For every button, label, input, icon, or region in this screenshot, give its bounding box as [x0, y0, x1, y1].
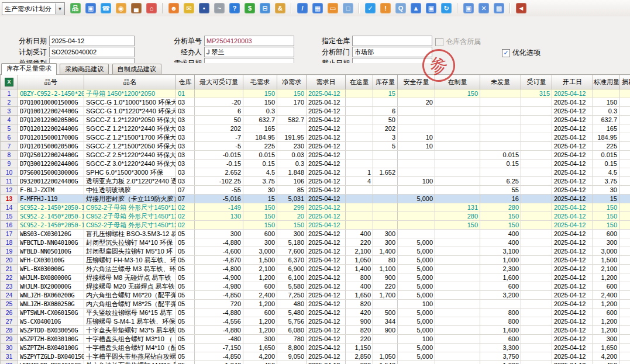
cell[interactable]	[398, 221, 435, 230]
briefcase-icon[interactable]: ▄	[131, 3, 142, 13]
column-header-1[interactable]: 品号	[18, 75, 84, 89]
row-number[interactable]: 3	[1, 107, 18, 116]
cell[interactable]: -4,880	[195, 326, 243, 335]
cell[interactable]: 420	[346, 308, 373, 317]
handler-field[interactable]: J 翠兰	[204, 47, 294, 57]
cell[interactable]: 85	[277, 186, 307, 195]
tab-shortage-demand[interactable]: 库存不足量需求	[1, 63, 57, 75]
cell[interactable]	[398, 168, 435, 177]
cell[interactable]: 03	[176, 116, 195, 124]
cell[interactable]	[398, 89, 435, 98]
excel-export-header-cell[interactable]: X	[1, 75, 18, 89]
cell[interactable]: 3,100	[480, 247, 521, 256]
cell[interactable]: 2025-04-12	[307, 116, 346, 124]
refresh-sync-icon[interactable]: ↻	[441, 3, 452, 13]
cell[interactable]	[435, 361, 480, 364]
restore-window-icon[interactable]: ▣	[463, 3, 474, 13]
cell[interactable]: 2025-04-12	[552, 186, 593, 195]
cell[interactable]: 2025-04-12	[552, 273, 593, 282]
cell[interactable]: 2025-04-12	[552, 256, 593, 265]
cell[interactable]: 内六角组合螺钉 M8*25（配平弹	[84, 300, 176, 308]
row-number[interactable]: 12	[1, 186, 18, 195]
row-number[interactable]: 10	[1, 168, 18, 177]
cell[interactable]: 子母箱 1450*1200*2050	[84, 89, 176, 98]
cell[interactable]: D7Q3001220024400G	[18, 160, 84, 168]
table-row[interactable]: 21WFL-BX030000G外六角法兰螺母 M3 易车铁、环05-4,8002…	[1, 265, 630, 273]
cell[interactable]	[435, 335, 480, 344]
cell[interactable]: 632.7	[593, 116, 619, 124]
cell[interactable]: 3.75	[593, 177, 619, 186]
cell[interactable]	[521, 300, 552, 308]
cell[interactable]	[398, 151, 435, 160]
cell[interactable]: 300	[373, 238, 398, 247]
column-header-2[interactable]: 品名	[84, 75, 176, 89]
close-window-icon[interactable]: ✕	[478, 3, 489, 13]
cell[interactable]: SGCC-Z 2.5*1220*2440 环保大锌	[84, 151, 176, 160]
cell[interactable]	[373, 335, 398, 344]
table-row[interactable]: 32WYNJFLDD-BX040150G外六角法兰面带齿螺钉 M4*15 易05…	[1, 361, 630, 364]
cell[interactable]: 2025-04-12	[552, 308, 593, 317]
cell[interactable]: 1,050	[346, 256, 373, 265]
cell[interactable]: 盲孔压铆螺柱 BSO-3.5M3-12 易	[84, 230, 176, 238]
cell[interactable]: 300	[195, 230, 243, 238]
cell[interactable]	[277, 124, 307, 133]
cell[interactable]	[346, 124, 373, 133]
cell[interactable]	[521, 326, 552, 335]
cell[interactable]: 3,750	[480, 352, 521, 361]
cell[interactable]: WNLJZH-BX060200G	[18, 291, 84, 300]
cell[interactable]: 450	[593, 361, 619, 364]
cell[interactable]	[619, 273, 630, 282]
cell[interactable]: 582.7	[277, 116, 307, 124]
cell[interactable]: 150	[243, 98, 277, 107]
cell[interactable]: 5,756	[277, 317, 307, 326]
cell[interactable]: 01	[176, 89, 195, 98]
cell[interactable]: 230	[277, 142, 307, 151]
cell[interactable]: SGCC-Z 1.2*1220*2440 环保大锌	[84, 124, 176, 133]
cell[interactable]	[277, 107, 307, 116]
cell[interactable]: 2025-04-12	[307, 230, 346, 238]
cell[interactable]: 280	[435, 212, 480, 221]
cell[interactable]: 5,000	[398, 308, 435, 317]
cell[interactable]: D7Q1201500017000G	[18, 133, 84, 142]
cell[interactable]: WSZPTZH-BX040100G	[18, 344, 84, 352]
cell[interactable]: WS-CX040010G	[18, 317, 84, 326]
cell[interactable]: 80	[373, 256, 398, 265]
row-number[interactable]: 29	[1, 335, 18, 344]
row-number[interactable]: 14	[1, 203, 18, 212]
cell[interactable]: 2025-04-12	[552, 247, 593, 256]
cell[interactable]: 5,180	[277, 238, 307, 247]
cell[interactable]	[480, 98, 521, 107]
cell[interactable]: 02	[176, 212, 195, 221]
cell[interactable]	[521, 160, 552, 168]
cell[interactable]: 2025-04-12	[552, 116, 593, 124]
cell[interactable]: 0.15	[593, 160, 619, 168]
cell[interactable]: 202	[373, 124, 398, 133]
cell[interactable]: 2025-04-12	[552, 212, 593, 221]
cell[interactable]: WPTSWLM-CX060150G	[18, 308, 84, 317]
cell[interactable]	[346, 212, 373, 221]
cell[interactable]	[619, 151, 630, 160]
cell[interactable]	[346, 221, 373, 230]
cell[interactable]: 1,340	[195, 361, 243, 364]
cell[interactable]	[521, 203, 552, 212]
cell[interactable]	[619, 282, 630, 291]
cell[interactable]	[619, 186, 630, 195]
cell[interactable]: 2025-04-12	[552, 177, 593, 186]
cell[interactable]	[521, 352, 552, 361]
cell[interactable]: 03	[176, 133, 195, 142]
cell[interactable]: 1,200	[243, 300, 277, 308]
cell[interactable]: -4,600	[195, 247, 243, 256]
cell[interactable]: 55	[480, 186, 521, 195]
alert-icon[interactable]: !	[380, 3, 391, 13]
cell[interactable]: 2025-04-12	[307, 203, 346, 212]
cell[interactable]: SGCC-G 1.0*1000*1500 环保大锌	[84, 98, 176, 107]
cell[interactable]: 15	[593, 195, 619, 203]
cell[interactable]: 15	[373, 89, 398, 98]
cell[interactable]	[373, 151, 398, 160]
cell[interactable]: 2025-04-12	[552, 142, 593, 151]
department-field[interactable]: 市场部	[352, 47, 432, 57]
cell[interactable]: 1,500	[243, 256, 277, 265]
table-row[interactable]: 2D7Q1001000015000GSGCC-G 1.0*1000*1500 环…	[1, 98, 630, 107]
cell[interactable]	[521, 186, 552, 195]
cell[interactable]: 2.652	[195, 168, 243, 177]
